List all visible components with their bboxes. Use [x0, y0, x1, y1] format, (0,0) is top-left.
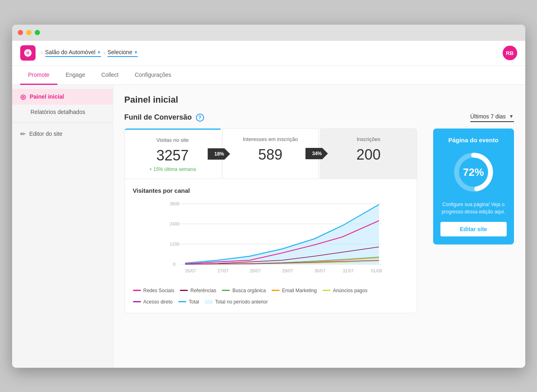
- svg-text:0: 0: [173, 262, 175, 267]
- tab-collect[interactable]: Collect: [93, 66, 127, 85]
- legend-referencias: Referências: [180, 288, 216, 293]
- sidebar-item-editor[interactable]: ✏ Editor do site: [12, 126, 113, 142]
- breadcrumb-label-1: Salão do Automóvel: [45, 49, 96, 55]
- avatar[interactable]: RB: [503, 46, 517, 60]
- funnel-card-value-1: 589: [231, 146, 310, 163]
- right-panel: Página do evento 72% Configure sua págin…: [433, 129, 514, 313]
- funnel-card-sub-0: + 15% última semana: [133, 166, 213, 172]
- legend-email: Email Marketing: [272, 288, 317, 293]
- event-page-card: Página do evento 72% Configure sua págin…: [433, 129, 514, 244]
- app-window: › Salão do Automóvel ▼ › Selecione ▼ RB …: [12, 25, 525, 368]
- titlebar: [12, 25, 525, 41]
- legend-redes: Redes Sociais: [133, 288, 175, 293]
- funnel-title: Funil de Conversão: [124, 113, 192, 122]
- svg-text:31/07: 31/07: [343, 268, 354, 273]
- tab-configuracoes[interactable]: Configurações: [127, 66, 179, 85]
- legend-line-total: [178, 301, 186, 302]
- help-icon[interactable]: ?: [196, 114, 204, 122]
- tab-configuracoes-label: Configurações: [135, 72, 171, 78]
- tab-promote-label: Promote: [28, 72, 50, 78]
- tab-collect-label: Collect: [101, 72, 119, 78]
- funnel-card-value-2: 200: [329, 146, 409, 163]
- page-title: Painel inicial: [124, 95, 514, 105]
- breadcrumb: › Salão do Automóvel ▼ › Selecione ▼: [41, 49, 138, 57]
- sidebar-item-relatorios[interactable]: Relatórios detalhados: [12, 105, 113, 119]
- funnel-card-label-1: Interesses em inscrição: [231, 136, 310, 142]
- breadcrumb-arrow1: ›: [41, 50, 43, 56]
- app-logo: [20, 45, 36, 61]
- nav-tabs: Promote Engage Collect Configurações: [12, 66, 525, 85]
- breadcrumb-item-1[interactable]: Salão do Automóvel ▼: [45, 49, 101, 57]
- header-right: RB: [503, 46, 517, 60]
- funnel-cards: Visitas no site 3257 + 15% última semana…: [124, 129, 417, 179]
- legend-total: Total: [178, 299, 199, 305]
- legend-line-busca: [222, 290, 230, 291]
- main-body: Visitas no site 3257 + 15% última semana…: [124, 129, 514, 313]
- funnel-card-interesses: Interesses em inscrição 589 34%: [222, 129, 319, 179]
- event-page-title: Página do evento: [440, 137, 507, 143]
- legend-line-ref: [180, 290, 188, 291]
- logo-icon: [23, 48, 32, 57]
- period-caret: ▼: [509, 114, 514, 119]
- chart-area: 3600 2400 1200 0 26/07: [133, 200, 409, 281]
- period-select[interactable]: Últimos 7 dias ▼: [470, 113, 514, 122]
- funnel-card-label-2: Inscrições: [329, 136, 409, 142]
- svg-text:26/07: 26/07: [185, 268, 196, 273]
- svg-text:3600: 3600: [170, 201, 179, 206]
- funnel-card-visitas: Visitas no site 3257 + 15% última semana…: [124, 129, 221, 179]
- funnel-card-value-0: 3257: [133, 147, 213, 164]
- chart-section: Visitantes por canal 3600 2400 1200 0: [124, 179, 417, 313]
- breadcrumb-label-2: Selecione: [107, 49, 133, 55]
- minimize-btn[interactable]: [26, 30, 32, 35]
- sidebar-divider: [12, 122, 113, 123]
- content: ◎ Painel inicial Relatórios detalhados ✏…: [12, 85, 525, 368]
- donut-label: 72%: [463, 166, 484, 178]
- legend-line-redes: [133, 290, 141, 291]
- legend-line-email: [272, 290, 280, 291]
- legend-label-redes: Redes Sociais: [143, 288, 175, 293]
- maximize-btn[interactable]: [35, 30, 40, 35]
- svg-text:27/07: 27/07: [217, 268, 229, 273]
- sidebar-item-painel[interactable]: ◎ Painel inicial: [12, 89, 113, 105]
- chart-legend: Redes Sociais Referências Busca orgânica: [133, 288, 409, 305]
- period-label: Últimos 7 dias: [470, 113, 506, 120]
- legend-label-ref: Referências: [190, 288, 216, 293]
- legend-label-busca: Busca orgânica: [232, 288, 266, 293]
- legend-direto: Acesso direto: [133, 299, 173, 305]
- breadcrumb-caret-1: ▼: [97, 50, 101, 55]
- legend-label-anuncios: Anúncios pagos: [333, 288, 367, 293]
- chart-area-total-prev: [185, 204, 379, 264]
- close-btn[interactable]: [18, 30, 23, 35]
- dashboard-icon: ◎: [20, 93, 26, 101]
- legend-label-total-prev: Total no período anterior: [215, 299, 268, 305]
- svg-text:29/07: 29/07: [282, 268, 293, 273]
- svg-text:2400: 2400: [170, 221, 179, 226]
- event-page-desc: Configure sua página! Veja o progresso d…: [440, 201, 507, 215]
- main-content: Painel inicial Funil de Conversão ? Últi…: [113, 85, 525, 368]
- edit-site-button[interactable]: Editar site: [440, 222, 507, 236]
- legend-line-anuncios: [322, 290, 331, 291]
- breadcrumb-caret-2: ▼: [134, 50, 138, 55]
- svg-text:01/08: 01/08: [371, 268, 382, 273]
- breadcrumb-arrow2: ›: [103, 50, 105, 56]
- legend-label-email: Email Marketing: [282, 288, 317, 293]
- sidebar: ◎ Painel inicial Relatórios detalhados ✏…: [12, 85, 113, 368]
- funnel-card-inscricoes: Inscrições 200: [320, 129, 417, 179]
- tab-promote[interactable]: Promote: [20, 66, 58, 85]
- legend-busca: Busca orgânica: [222, 288, 266, 293]
- svg-text:28/07: 28/07: [250, 268, 261, 273]
- tab-engage-label: Engage: [65, 72, 85, 78]
- sidebar-editor-label: Editor do site: [29, 131, 63, 137]
- svg-text:30/07: 30/07: [314, 268, 326, 273]
- legend-line-direto: [133, 301, 141, 302]
- funnel-header: Funil de Conversão ? Últimos 7 dias ▼: [124, 113, 514, 122]
- tab-engage[interactable]: Engage: [57, 66, 93, 85]
- main-charts: Visitas no site 3257 + 15% última semana…: [124, 129, 417, 313]
- legend-total-prev: Total no período anterior: [205, 299, 268, 305]
- legend-area-total-prev: [205, 300, 213, 304]
- donut-container: 72%: [451, 150, 496, 194]
- legend-label-direto: Acesso direto: [143, 299, 173, 305]
- chart-title: Visitantes por canal: [133, 187, 409, 194]
- breadcrumb-item-2[interactable]: Selecione ▼: [107, 49, 138, 57]
- legend-label-total: Total: [189, 299, 199, 305]
